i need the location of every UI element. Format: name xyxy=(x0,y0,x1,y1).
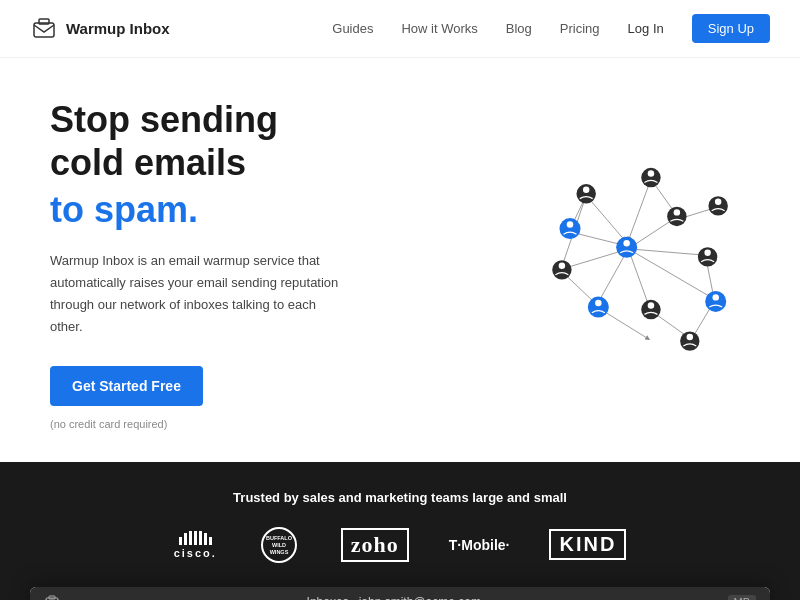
cta-button[interactable]: Get Started Free xyxy=(50,366,203,406)
bww-logo: BUFFALO WILD WINGS xyxy=(257,527,301,563)
svg-point-21 xyxy=(567,221,573,227)
node-dark-7 xyxy=(641,300,660,319)
hero-title-line1: Stop sending cold emails xyxy=(50,98,390,184)
kind-text: KIND xyxy=(559,533,616,556)
svg-point-37 xyxy=(704,250,710,256)
node-dark-6 xyxy=(708,196,727,215)
svg-line-2 xyxy=(586,195,625,240)
hero-title-blue: to spam. xyxy=(50,188,390,231)
svg-text:WILD: WILD xyxy=(272,542,286,548)
node-dark-2 xyxy=(641,168,660,187)
tmobile-logo: T·Mobile· xyxy=(449,537,510,553)
hero-description: Warmup Inbox is an email warmup service … xyxy=(50,250,340,338)
svg-point-20 xyxy=(559,218,580,239)
node-dark-3 xyxy=(552,260,571,279)
svg-line-8 xyxy=(628,249,706,255)
app-logo-icon xyxy=(44,594,60,600)
brand-logos: cisco. BUFFALO WILD WINGS zoho T·Mobile·… xyxy=(30,527,770,563)
svg-point-27 xyxy=(712,294,718,300)
svg-line-6 xyxy=(562,250,624,269)
svg-point-41 xyxy=(648,302,654,308)
cisco-bar xyxy=(184,533,187,545)
app-topbar-badge: MB xyxy=(728,595,757,600)
svg-point-23 xyxy=(623,240,629,246)
svg-text:WINGS: WINGS xyxy=(269,549,288,555)
svg-point-35 xyxy=(674,209,680,215)
svg-rect-0 xyxy=(34,23,54,37)
cisco-text: cisco. xyxy=(174,547,217,559)
svg-point-29 xyxy=(583,186,589,192)
node-blue-4 xyxy=(705,291,726,312)
hero-content: Stop sending cold emails to spam. Warmup… xyxy=(50,98,390,432)
tmobile-text: T·Mobile· xyxy=(449,537,510,553)
svg-rect-1 xyxy=(39,19,49,24)
nav-pricing[interactable]: Pricing xyxy=(560,21,600,36)
nav-how-it-works[interactable]: How it Works xyxy=(401,21,477,36)
nav: Guides How it Works Blog Pricing Log In … xyxy=(332,14,770,43)
no-cc-text: (no credit card required) xyxy=(50,418,167,430)
svg-text:BUFFALO: BUFFALO xyxy=(266,535,293,541)
trusted-headline: Trusted by sales and marketing teams lar… xyxy=(30,490,770,505)
nav-blog[interactable]: Blog xyxy=(506,21,532,36)
header: Warmup Inbox Guides How it Works Blog Pr… xyxy=(0,0,800,58)
cisco-logo: cisco. xyxy=(174,531,217,559)
hero-graphic xyxy=(390,135,750,395)
svg-point-24 xyxy=(588,297,609,318)
cisco-bar xyxy=(209,537,212,545)
svg-point-33 xyxy=(559,263,565,269)
logo-icon xyxy=(30,15,58,43)
login-button[interactable]: Log In xyxy=(628,21,664,36)
app-topbar: Inboxes · john.smith@acme.com MB xyxy=(30,587,770,600)
hero-section: Stop sending cold emails to spam. Warmup… xyxy=(0,58,800,462)
svg-line-11 xyxy=(628,249,649,307)
node-dark-1 xyxy=(576,184,595,203)
cisco-bar xyxy=(179,537,182,545)
node-blue-2 xyxy=(616,237,637,258)
dark-section: Trusted by sales and marketing teams lar… xyxy=(0,462,800,600)
logo: Warmup Inbox xyxy=(30,15,170,43)
node-dark-5 xyxy=(698,247,717,266)
network-graph xyxy=(400,135,740,395)
zoho-text: zoho xyxy=(351,532,399,558)
node-blue-1 xyxy=(559,218,580,239)
bww-icon: BUFFALO WILD WINGS xyxy=(257,527,301,563)
cisco-bar xyxy=(199,531,202,545)
svg-point-22 xyxy=(616,237,637,258)
node-dark-4 xyxy=(667,207,686,226)
zoho-logo: zoho xyxy=(341,528,409,562)
svg-point-26 xyxy=(705,291,726,312)
cisco-bar xyxy=(189,531,192,545)
node-dark-8 xyxy=(680,331,699,350)
svg-point-31 xyxy=(648,170,654,176)
app-topbar-title: Inboxes · john.smith@acme.com xyxy=(307,595,481,600)
svg-point-39 xyxy=(715,199,721,205)
logo-text: Warmup Inbox xyxy=(66,20,170,37)
nav-guides[interactable]: Guides xyxy=(332,21,373,36)
cisco-bar xyxy=(194,531,197,545)
signup-button[interactable]: Sign Up xyxy=(692,14,770,43)
node-blue-3 xyxy=(588,297,609,318)
svg-point-25 xyxy=(595,300,601,306)
kind-logo: KIND xyxy=(549,529,626,560)
cisco-bar xyxy=(204,533,207,545)
app-preview: Inboxes · john.smith@acme.com MB Metrics… xyxy=(30,587,770,600)
svg-line-3 xyxy=(628,179,651,241)
svg-point-43 xyxy=(687,334,693,340)
